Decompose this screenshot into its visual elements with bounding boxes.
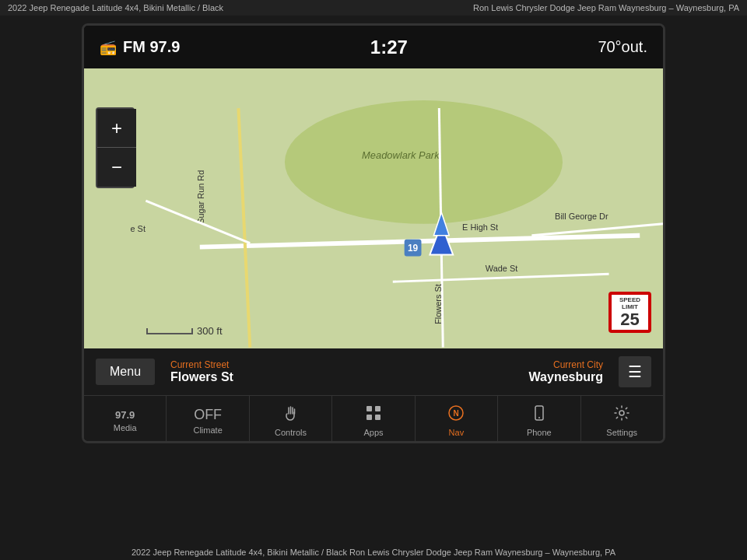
svg-text:E High St: E High St [462,222,498,232]
phone-label: Phone [527,428,552,437]
settings-label: Settings [606,428,637,437]
svg-text:e St: e St [131,224,146,233]
svg-text:19: 19 [408,243,419,254]
menu-button[interactable]: Menu [96,359,155,385]
nav-item-climate[interactable]: OFF Climate [167,396,249,443]
radio-station: FM 97.9 [123,38,180,56]
apps-label: Apps [363,428,383,437]
zoom-controls: + − [96,107,135,188]
nav-label: Nav [449,428,465,437]
phone-icon [531,404,548,425]
car-title-left: 2022 Jeep Renegade Latitude 4x4, Bikini … [8,3,223,12]
zoom-out-button[interactable]: − [97,148,136,187]
infotainment-screen: 📻 FM 97.9 1:27 70°out. Meadowlark Park [82,23,665,443]
svg-text:Wade St: Wade St [486,264,517,273]
navigation-bar: 97.9 Media OFF Climate Contr [84,395,663,443]
controls-label: Controls [275,428,307,437]
nav-item-phone[interactable]: Phone [498,396,580,443]
nav-item-settings[interactable]: Settings [581,396,663,443]
info-header: 📻 FM 97.9 1:27 70°out. [84,26,663,68]
current-street-label: Current Street [170,359,387,370]
svg-text:Meadowlark Park: Meadowlark Park [362,149,440,161]
nav-compass-icon: N [447,404,465,425]
clock-display: 1:27 [370,37,408,58]
media-value: 97.9 [115,409,135,421]
nav-item-media[interactable]: 97.9 Media [84,396,167,443]
current-street-info: Current Street Flowers St [170,359,387,384]
top-title-bar: 2022 Jeep Renegade Latitude 4x4, Bikini … [0,0,747,16]
dealer-info: Ron Lewis Chrysler Dodge Jeep Ram Waynes… [473,3,739,12]
svg-rect-22 [375,415,381,420]
climate-icon: OFF [194,407,222,423]
current-city-value: Waynesburg [387,370,603,384]
nav-item-nav[interactable]: N Nav [416,396,498,443]
climate-label: Climate [193,425,222,435]
svg-text:Flowers St: Flowers St [433,284,443,324]
svg-point-26 [538,417,540,418]
scale-indicator: 300 ft [146,325,223,337]
scale-label: 300 ft [197,325,223,337]
speed-limit-sign: SPEED LIMIT 25 [608,292,651,333]
hamburger-button[interactable]: ☰ [619,356,651,387]
settings-gear-icon [613,404,630,425]
zoom-in-button[interactable]: + [97,109,136,148]
current-street-value: Flowers St [170,370,387,384]
svg-rect-21 [366,415,372,420]
temperature-display: 70°out. [598,38,647,56]
map-svg: Meadowlark Park E High St Sugar Run Rd F… [84,68,663,348]
map-area[interactable]: Meadowlark Park E High St Sugar Run Rd F… [84,68,663,348]
bottom-caption: 2022 Jeep Renegade Latitude 4x4, Bikini … [0,544,747,560]
svg-text:Sugar Run Rd: Sugar Run Rd [196,170,205,224]
nav-item-controls[interactable]: Controls [250,396,332,443]
svg-text:N: N [454,409,459,418]
nav-item-apps[interactable]: Apps [332,396,415,443]
current-city-info: Current City Waynesburg [387,359,603,384]
content-area: 📻 FM 97.9 1:27 70°out. Meadowlark Park [0,16,747,544]
info-bottom-bar: Menu Current Street Flowers St Current C… [84,348,663,395]
controls-icon [282,404,300,425]
svg-rect-19 [366,406,372,411]
media-label: Media [114,423,137,432]
svg-point-27 [619,411,624,415]
scale-line [146,328,193,334]
apps-icon [365,404,382,425]
radio-info: 📻 FM 97.9 [100,38,180,56]
current-city-label: Current City [387,359,603,370]
svg-rect-20 [375,406,381,411]
svg-point-1 [285,100,563,224]
radio-icon: 📻 [100,39,117,56]
page: 2022 Jeep Renegade Latitude 4x4, Bikini … [0,0,747,560]
speed-limit-value: 25 [612,311,648,328]
svg-text:Bill George Dr: Bill George Dr [555,212,608,221]
